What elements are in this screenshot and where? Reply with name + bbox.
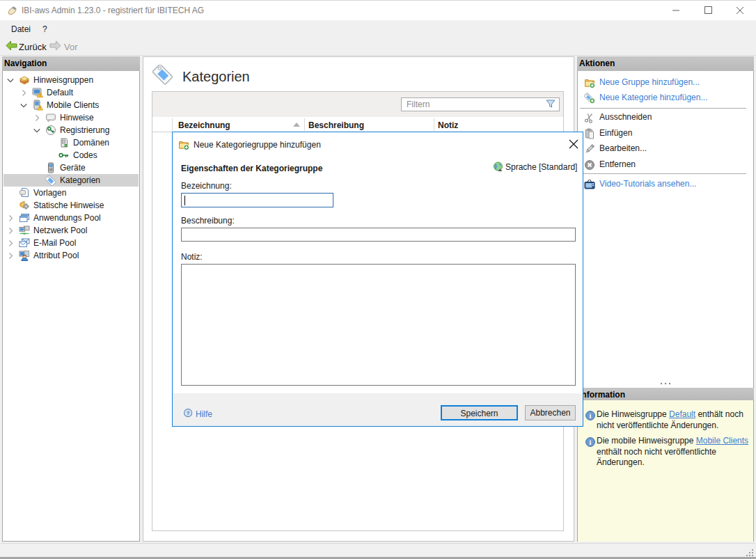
svg-text:i: i (590, 439, 592, 446)
svg-text:?: ? (187, 410, 190, 416)
svg-text:!: ! (39, 93, 40, 97)
svg-text:i: i (590, 412, 592, 420)
svg-text:!: ! (40, 106, 41, 110)
